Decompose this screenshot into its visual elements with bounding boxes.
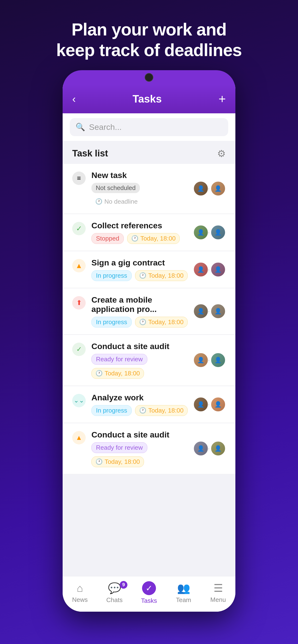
status-badge: Ready for review — [91, 442, 147, 453]
avatar: 👤 — [210, 304, 226, 319]
task-icon: ⌄⌄ — [72, 394, 86, 407]
status-badge: Ready for review — [91, 354, 147, 365]
task-avatars: 👤 › 👤 — [193, 225, 226, 240]
avatar: 👤 — [210, 225, 226, 240]
task-item[interactable]: ⬆ Create a mobile application pro... In … — [63, 288, 235, 334]
task-list-header: Task list ⚙ — [63, 141, 235, 164]
task-item[interactable]: ▲ Conduct a site audit Ready for review … — [63, 423, 235, 474]
task-info: New task Not scheduled 🕐 No deadline — [91, 170, 193, 207]
task-name: Sign a gig contract — [91, 258, 193, 268]
deadline-badge: 🕐 No deadline — [91, 196, 141, 207]
deadline-badge: 🕐 Today, 18:00 — [91, 368, 144, 379]
task-list-area: Task list ⚙ ≡ New task Not scheduled 🕐 — [63, 141, 235, 576]
task-icon: ⬆ — [72, 296, 86, 310]
task-name: Create a mobile application pro... — [91, 295, 193, 314]
task-avatars: 👤 › 👤 — [193, 397, 226, 412]
task-list-title: Task list — [72, 148, 108, 158]
task-info: Conduct a site audit Ready for review 🕐 … — [91, 342, 193, 379]
task-item[interactable]: ▲ Sign a gig contract In progress 🕐 Toda… — [63, 251, 235, 288]
page-headline: Plan your work and keep track of deadlin… — [56, 19, 242, 60]
task-name: Conduct a site audit — [91, 430, 193, 440]
avatar: 👤 — [210, 441, 226, 456]
task-icon: ▲ — [72, 259, 86, 272]
task-item[interactable]: ≡ New task Not scheduled 🕐 No deadline — [63, 164, 235, 214]
page-header: Plan your work and keep track of deadlin… — [42, 0, 256, 70]
deadline-badge: 🕐 Today, 18:00 — [91, 456, 144, 467]
nav-item-chats[interactable]: 💬 9 Chats — [102, 582, 126, 604]
clock-icon: 🕐 — [139, 407, 146, 414]
task-tags: Not scheduled 🕐 No deadline — [91, 183, 193, 207]
task-info: Create a mobile application pro... In pr… — [91, 295, 193, 328]
avatar: 👤 — [193, 181, 209, 196]
avatar: 👤 — [193, 397, 209, 412]
task-avatars: 👤 › 👤 — [193, 262, 226, 277]
team-icon: 👥 — [177, 582, 190, 594]
avatar: 👤 — [193, 304, 209, 319]
chats-badge: 9 — [120, 581, 127, 589]
nav-item-news[interactable]: ⌂ News — [68, 582, 92, 604]
nav-item-menu[interactable]: ☰ Menu — [206, 582, 230, 604]
task-info: Sign a gig contract In progress 🕐 Today,… — [91, 258, 193, 281]
phone-notch — [63, 70, 235, 84]
task-info: Collect references Stopped 🕐 Today, 18:0… — [91, 221, 193, 244]
task-item[interactable]: ⌄⌄ Analyze work In progress 🕐 Today, 18:… — [63, 386, 235, 423]
search-bar[interactable]: 🔍 Search... — [70, 118, 228, 136]
news-icon: ⌂ — [77, 582, 83, 594]
add-task-button[interactable]: + — [219, 92, 226, 106]
deadline-badge: 🕐 Today, 18:00 — [135, 405, 188, 416]
back-button[interactable]: ‹ — [72, 93, 76, 105]
avatar: 👤 — [193, 225, 209, 240]
task-avatars: 👤 › 👤 — [193, 181, 226, 196]
task-tags: In progress 🕐 Today, 18:00 — [91, 405, 193, 416]
clock-icon: 🕐 — [95, 458, 103, 465]
deadline-badge: 🕐 Today, 18:00 — [135, 317, 188, 328]
task-left: ≡ New task Not scheduled 🕐 No deadline — [72, 170, 193, 207]
avatar: 👤 — [210, 262, 226, 277]
clock-icon: 🕐 — [95, 198, 102, 205]
nav-label-chats: Chats — [106, 596, 123, 604]
task-tags: In progress 🕐 Today, 18:00 — [91, 270, 193, 281]
nav-item-tasks[interactable]: ✓ Tasks — [137, 581, 161, 604]
tasks-checkmark: ✓ — [146, 584, 152, 593]
task-name: Analyze work — [91, 393, 193, 402]
menu-icon: ☰ — [214, 582, 223, 594]
search-input[interactable]: Search... — [89, 122, 122, 132]
clock-icon: 🕐 — [95, 370, 103, 376]
task-tags: Ready for review 🕐 Today, 18:00 — [91, 354, 193, 379]
avatar: 👤 — [210, 352, 226, 368]
camera — [145, 73, 153, 82]
task-avatars: 👤 › 👤 — [193, 352, 226, 368]
task-name: New task — [91, 170, 193, 180]
task-info: Analyze work In progress 🕐 Today, 18:00 — [91, 393, 193, 416]
nav-label-team: Team — [176, 596, 191, 604]
tasks-active-icon: ✓ — [142, 581, 156, 595]
status-badge: In progress — [91, 270, 132, 281]
nav-label-tasks: Tasks — [141, 597, 157, 604]
status-badge: In progress — [91, 405, 132, 416]
task-name: Conduct a site audit — [91, 342, 193, 351]
chats-icon: 💬 — [108, 582, 121, 594]
nav-label-menu: Menu — [210, 596, 226, 604]
task-tags: Stopped 🕐 Today, 18:00 — [91, 233, 193, 244]
task-item[interactable]: ✓ Conduct a site audit Ready for review … — [63, 335, 235, 386]
deadline-badge: 🕐 Today, 18:00 — [127, 233, 180, 244]
task-name: Collect references — [91, 221, 193, 230]
status-badge: Stopped — [91, 233, 124, 244]
clock-icon: 🕐 — [131, 235, 138, 242]
settings-icon[interactable]: ⚙ — [217, 148, 226, 159]
avatar: 👤 — [193, 441, 209, 456]
app-header: ‹ Tasks + — [63, 84, 235, 113]
task-left: ⬆ Create a mobile application pro... In … — [72, 295, 193, 328]
avatar: 👤 — [193, 352, 209, 368]
status-badge: Not scheduled — [91, 183, 140, 193]
status-badge: In progress — [91, 317, 132, 328]
task-tags: In progress 🕐 Today, 18:00 — [91, 317, 193, 328]
clock-icon: 🕐 — [139, 272, 146, 279]
task-icon: ✓ — [72, 342, 86, 356]
search-icon: 🔍 — [76, 122, 85, 132]
clock-icon: 🕐 — [139, 319, 146, 325]
task-avatars: 👤 › 👤 — [193, 304, 226, 319]
avatar: 👤 — [210, 181, 226, 196]
nav-item-team[interactable]: 👥 Team — [172, 582, 196, 604]
task-item[interactable]: ✓ Collect references Stopped 🕐 Today, 18… — [63, 214, 235, 251]
